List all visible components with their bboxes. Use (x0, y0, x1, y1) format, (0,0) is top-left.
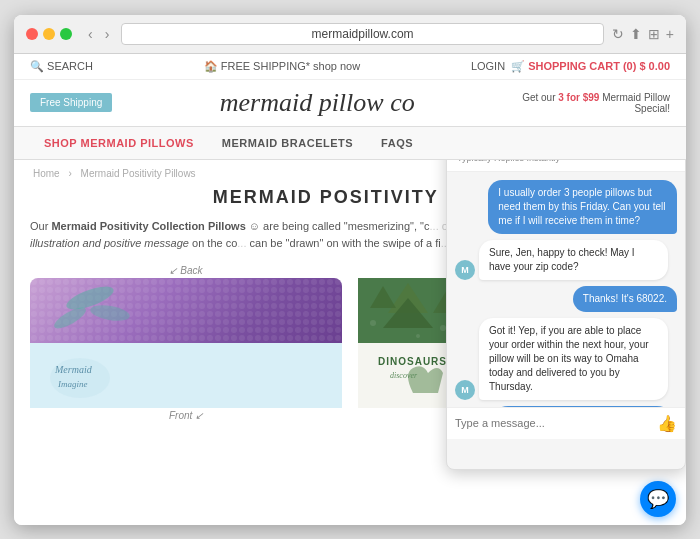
avatar: M (455, 380, 475, 400)
chat-messages: I usually order 3 people pillows but nee… (447, 172, 685, 407)
site-logo[interactable]: mermaid pillow co (112, 88, 522, 118)
chat-message-agent: Got it! Yep, if you are able to place yo… (479, 318, 668, 400)
login-link[interactable]: LOGIN (471, 60, 505, 72)
title-bar: ‹ › mermaidpillow.com ↻ ⬆ ⊞ + (14, 15, 686, 54)
tab-button[interactable]: ⊞ (648, 26, 660, 42)
forward-button[interactable]: › (101, 24, 114, 44)
promo-text: Get our 3 for $99 Mermaid PillowSpecial! (522, 92, 670, 114)
svg-text:Imagine: Imagine (57, 379, 88, 389)
svg-point-16 (416, 334, 420, 338)
search-bar[interactable]: 🔍 SEARCH (30, 60, 93, 73)
breadcrumb-page[interactable]: Mermaid Positivity Pillows (81, 168, 196, 179)
free-shipping-badge: Free Shipping (30, 93, 112, 112)
chat-order-button[interactable]: Great, I'll place my order right now (488, 406, 677, 407)
nav-bracelets[interactable]: MERMAID BRACELETS (208, 127, 367, 159)
close-button[interactable] (26, 28, 38, 40)
maximize-button[interactable] (60, 28, 72, 40)
minimize-button[interactable] (43, 28, 55, 40)
chat-company: Mermaid Pillow Co Typically Replies Inst… (457, 160, 564, 163)
breadcrumb-sep: › (68, 168, 71, 179)
pillow-mermaid-front-image: Mermaid Imagine (30, 343, 342, 408)
browser-actions: ↻ ⬆ ⊞ + (612, 26, 674, 42)
chat-cta-row: Great, I'll place my order right now (455, 406, 677, 407)
chat-input[interactable] (455, 417, 651, 429)
chat-input-area: 👍 (447, 407, 685, 439)
messenger-fab[interactable]: 💬 (640, 481, 676, 517)
promo-highlight: 3 for $99 (558, 92, 599, 103)
pillow-back-label: ↙ Back (30, 265, 342, 276)
shipping-promo: 🏠 FREE SHIPPING* shop now (204, 60, 360, 73)
svg-text:Mermaid: Mermaid (54, 364, 93, 375)
back-button[interactable]: ‹ (84, 24, 97, 44)
svg-point-14 (370, 320, 376, 326)
messenger-icon: 💬 (647, 488, 669, 510)
refresh-button[interactable]: ↻ (612, 26, 624, 42)
search-label[interactable]: 🔍 SEARCH (30, 60, 93, 73)
content-area: Home › Mermaid Positivity Pillows MERMAI… (14, 160, 686, 525)
shipping-label: 🏠 FREE SHIPPING* shop now (204, 60, 360, 73)
chat-status: Typically Replies Instantly (457, 160, 564, 163)
chat-message-user: I usually order 3 people pillows but nee… (488, 180, 677, 234)
nav-shop-pillows[interactable]: SHOP MERMAID PILLOWS (30, 127, 208, 159)
pillow-card-mermaid[interactable]: ↙ Back (30, 265, 342, 441)
avatar: M (455, 260, 475, 280)
chat-message-row: I usually order 3 people pillows but nee… (455, 180, 677, 234)
thumbs-up-icon[interactable]: 👍 (657, 414, 677, 433)
svg-text:DINOSAURS: DINOSAURS (378, 356, 447, 367)
traffic-lights (26, 28, 72, 40)
pillow-mermaid-back-image (30, 278, 342, 343)
browser-window: ‹ › mermaidpillow.com ↻ ⬆ ⊞ + 🔍 SEARCH 🏠… (14, 15, 686, 525)
login-cart: LOGIN 🛒 SHOPPING CART (0) $ 0.00 (471, 60, 670, 73)
chat-message-agent: Sure, Jen, happy to check! May I have yo… (479, 240, 668, 280)
chat-message-user: Thanks! It's 68022. (573, 286, 677, 312)
nav-buttons: ‹ › (84, 24, 113, 44)
chat-message-row: M Got it! Yep, if you are able to place … (455, 318, 677, 400)
nav-faqs[interactable]: FAQS (367, 127, 427, 159)
svg-text:discover: discover (390, 371, 418, 380)
chat-overlay: Mermaid Pillow Co Typically Replies Inst… (446, 160, 686, 470)
site-header: Free Shipping mermaid pillow co Get our … (14, 80, 686, 126)
top-bar: 🔍 SEARCH 🏠 FREE SHIPPING* shop now LOGIN… (14, 54, 686, 80)
site-nav: SHOP MERMAID PILLOWS MERMAID BRACELETS F… (14, 126, 686, 160)
chat-message-row: Thanks! It's 68022. (455, 286, 677, 312)
chat-header: Mermaid Pillow Co Typically Replies Inst… (447, 160, 685, 172)
share-button[interactable]: ⬆ (630, 26, 642, 42)
add-tab-button[interactable]: + (666, 26, 674, 42)
chat-message-row: M Sure, Jen, happy to check! May I have … (455, 240, 677, 280)
address-bar[interactable]: mermaidpillow.com (121, 23, 603, 45)
cart-link[interactable]: 🛒 SHOPPING CART (0) $ 0.00 (511, 60, 670, 73)
breadcrumb-home[interactable]: Home (33, 168, 60, 179)
